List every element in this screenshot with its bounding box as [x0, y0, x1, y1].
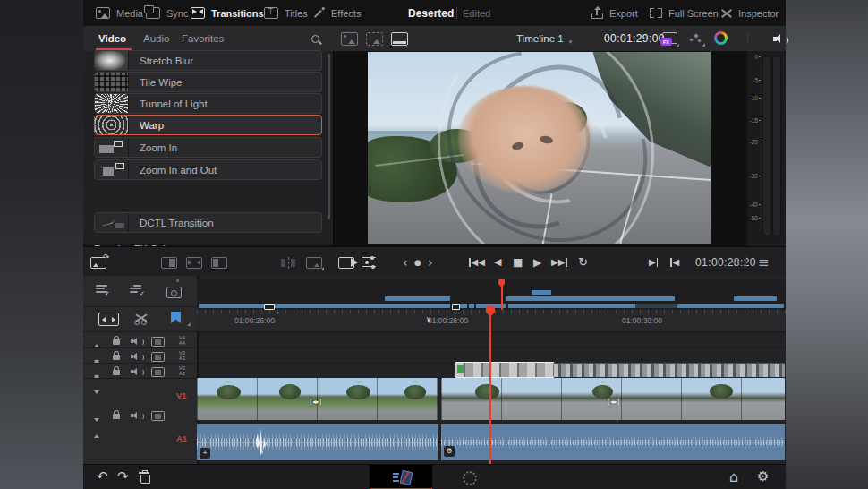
cut-page-icon	[393, 470, 413, 485]
transition-item-dctl[interactable]: DCTL Transition	[94, 212, 322, 233]
track-thumbnail-icon[interactable]	[151, 337, 165, 347]
cut-page-tab[interactable]	[370, 465, 432, 489]
timeline-clip-v2[interactable]	[554, 363, 785, 377]
transitions-button[interactable]: Transitions	[191, 0, 264, 26]
transition-item-warp[interactable]: Warp	[94, 115, 322, 135]
selected-timeline-clip-v2[interactable]	[455, 362, 555, 378]
minimap-playhead-pin[interactable]	[498, 279, 505, 287]
redo-button[interactable]: ↷	[117, 468, 129, 485]
undo-button[interactable]: ↶	[97, 468, 108, 485]
home-button[interactable]: ⌂	[729, 468, 738, 485]
track-thumbnail-icon[interactable]	[151, 352, 165, 362]
last-frame-button[interactable]: ▶▶	[551, 247, 568, 277]
play-button[interactable]: ▶	[533, 247, 541, 277]
media-icon	[96, 7, 110, 19]
export-button[interactable]: Export	[591, 0, 638, 26]
tab-video[interactable]: Video	[98, 26, 126, 50]
tab-audio[interactable]: Audio	[143, 26, 169, 50]
tab-favorites[interactable]: Favorites	[182, 26, 224, 50]
track-collapse-icon[interactable]	[94, 409, 99, 442]
active-video-track-label[interactable]: V1	[176, 390, 187, 400]
effects-button[interactable]: Effects	[313, 0, 361, 26]
secondary-toolbar: Video Audio Favorites Timeline 1 ▾ 00:01…	[83, 26, 786, 52]
inspector-label: Inspector	[738, 8, 779, 19]
track-mute-icon[interactable]	[131, 367, 142, 376]
magic-mask-button[interactable]	[689, 32, 703, 45]
meter-tick: -15	[748, 117, 761, 124]
fullscreen-button[interactable]: Full Screen	[650, 0, 719, 26]
track-lock-icon[interactable]	[113, 370, 120, 375]
delete-button[interactable]	[139, 471, 149, 483]
transition-item-zoom-in-and-out[interactable]: Zoom In and Out	[94, 159, 322, 180]
clip-attribute-badge-crosshair[interactable]: +	[200, 448, 210, 459]
timeline-options-menu-icon[interactable]: ≡	[758, 247, 770, 277]
transition-item-tile-wipe[interactable]: Tile Wipe	[94, 72, 322, 92]
sync-icon	[146, 7, 160, 19]
search-icon[interactable]	[311, 35, 322, 46]
track-mute-icon[interactable]	[131, 411, 142, 420]
transition-item-tunnel-of-light[interactable]: Tunnel of Light	[94, 93, 322, 114]
active-audio-track-label[interactable]: A1	[176, 433, 187, 443]
transition-item-zoom-in[interactable]: Zoom In	[94, 137, 322, 158]
color-wheel-button[interactable]	[714, 31, 728, 45]
project-state: Edited	[463, 0, 490, 26]
transitions-label: Transitions	[211, 8, 264, 19]
scissors-icon[interactable]	[134, 311, 149, 325]
meter-tick: 0	[748, 54, 761, 60]
settings-button[interactable]: ⚙	[757, 468, 769, 485]
track-lock-icon[interactable]	[113, 355, 120, 360]
track-lock-icon[interactable]	[113, 414, 120, 419]
viewer-clip-icon[interactable]	[366, 32, 383, 46]
color-page-tab-icon[interactable]	[463, 471, 477, 485]
track-mute-icon[interactable]	[131, 352, 142, 361]
edit-tool-insert[interactable]	[211, 257, 227, 269]
step-back-button[interactable]: ◀	[494, 247, 501, 277]
tools-mixer-button[interactable]	[362, 256, 376, 268]
flag-marker-icon[interactable]	[171, 312, 181, 323]
media-button[interactable]: Media	[96, 0, 143, 26]
transport-timecode: 01:00:28:20	[695, 247, 756, 277]
edit-tool-overwrite[interactable]	[161, 257, 177, 269]
edit-tool-transition[interactable]	[186, 257, 202, 269]
jog-right-icon[interactable]: ›	[428, 247, 433, 277]
timeline-minimap[interactable]	[197, 279, 786, 310]
row2-divider	[747, 32, 748, 44]
effects-icon	[313, 7, 325, 19]
audio-monitor-speaker-icon[interactable]	[773, 33, 787, 45]
track-thumbnail-icon[interactable]	[151, 367, 165, 377]
stop-button[interactable]: ■	[513, 247, 523, 277]
play-clip-button[interactable]	[338, 257, 354, 269]
viewer-timeline-icon[interactable]	[391, 32, 408, 46]
timeline-audio-clip-a1-second[interactable]	[441, 424, 785, 460]
sync-button[interactable]: Sync	[146, 0, 188, 26]
track-thumbnail-icon[interactable]	[151, 411, 165, 421]
transitions-library-panel: Stretch Blur Tile Wipe Tunnel of Light W…	[83, 51, 333, 244]
first-frame-button[interactable]: ◀◀	[468, 247, 485, 277]
clip-attribute-badge-gear[interactable]: ⚙	[444, 446, 455, 457]
timeline-audio-clip-a1-first[interactable]	[197, 424, 438, 460]
timeline-selector[interactable]: Timeline 1 ▾	[516, 26, 572, 50]
library-scrollbar[interactable]	[328, 54, 330, 219]
prev-edit-button[interactable]: ◀	[669, 247, 679, 277]
title-divider	[456, 7, 457, 19]
viewer-source-icon[interactable]	[341, 32, 358, 46]
jog-left-icon[interactable]: ‹	[403, 247, 408, 277]
video-preview[interactable]	[368, 52, 711, 244]
titles-button[interactable]: T Titles	[264, 0, 308, 26]
clip-fx-badge-button[interactable]: FX	[660, 32, 677, 46]
still-frame-tool[interactable]	[306, 257, 322, 269]
loop-button[interactable]: ↻	[578, 247, 588, 277]
minimap-marker	[264, 304, 275, 310]
jog-dot-icon[interactable]: ●	[414, 247, 421, 277]
split-clip-tool[interactable]	[280, 257, 296, 269]
fx-badge-label: FX	[660, 38, 672, 46]
track-lock-icon[interactable]	[113, 339, 120, 345]
track-mute-icon[interactable]	[131, 337, 142, 346]
timeline-playhead[interactable]	[489, 307, 491, 464]
trim-tool-icon[interactable]	[98, 313, 119, 326]
transition-item-stretch-blur[interactable]: Stretch Blur	[94, 50, 322, 71]
inspector-button[interactable]: Inspector	[720, 0, 779, 26]
track-resize-icon[interactable]	[94, 365, 99, 398]
camera-roll-tool-icon[interactable]	[166, 287, 182, 298]
next-edit-button[interactable]: ▶	[649, 247, 659, 277]
